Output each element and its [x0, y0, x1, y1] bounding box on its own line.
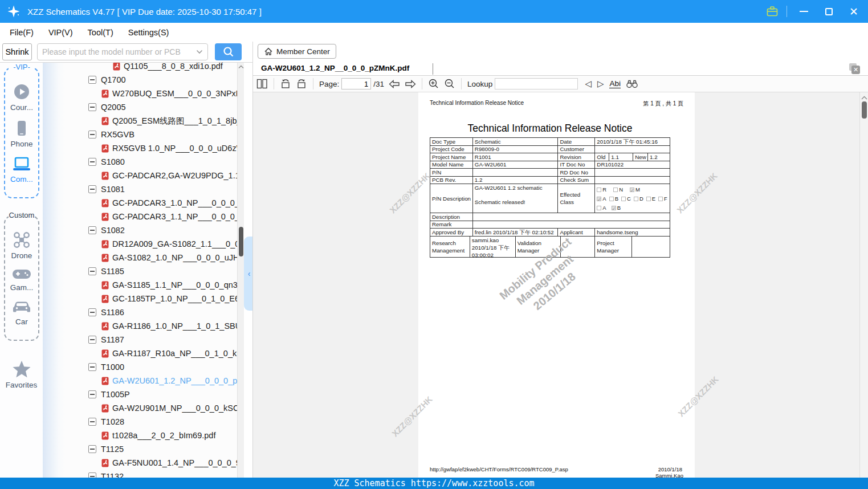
tree-folder-q1700[interactable]: Q1700 [43, 73, 237, 87]
checkbox-item: F [658, 195, 667, 202]
pdf-file-icon [101, 377, 109, 385]
tree-file-item[interactable]: GC-PADCAR3_1.1_NP___0_0_0_4 [43, 210, 237, 223]
tree-folder-s1081[interactable]: S1081 [43, 182, 237, 196]
menu-item-tool[interactable]: Tool(T) [88, 28, 113, 37]
tree-file-item[interactable]: W270BUQ_ESM___0_0_0_3NPxF.p [43, 87, 237, 100]
prev-page-icon[interactable] [389, 80, 400, 88]
tree-folder-rx5gvb[interactable]: RX5GVB [43, 128, 237, 141]
menu-item-vip[interactable]: VIP(V) [48, 28, 73, 37]
next-page-icon[interactable] [405, 80, 416, 88]
tree-folder-t1005p[interactable]: T1005P [43, 388, 237, 401]
collapse-expander-icon[interactable] [88, 131, 96, 138]
tree-folder-q2005[interactable]: Q2005 [43, 100, 237, 114]
collapse-expander-icon[interactable] [88, 336, 96, 344]
document-scrollbar[interactable] [859, 92, 868, 478]
collapse-expander-icon[interactable] [88, 418, 96, 426]
tree-folder-t1132[interactable]: T1132 [43, 470, 237, 478]
tree-file-item[interactable]: GC-PADCAR2,GA-W2U9PDG_1.1 [43, 169, 237, 182]
minimize-button[interactable] [795, 3, 812, 20]
search-input[interactable] [42, 47, 196, 56]
tree-folder-s1185[interactable]: S1185 [43, 264, 237, 278]
table-cell: handsome.tseng [595, 229, 670, 237]
collapse-expander-icon[interactable] [88, 103, 96, 111]
collapse-expander-icon[interactable] [88, 472, 96, 478]
collapse-expander-icon[interactable] [88, 363, 96, 371]
maximize-button[interactable] [820, 3, 837, 20]
tree-file-item[interactable]: GA-R1186_1.0_NP___1_0_1_SBU3 [43, 319, 237, 333]
rotate-right-icon[interactable] [296, 78, 307, 89]
tree-file-item[interactable]: RX5GVB 1.0_NP___0_0_0_uD6zW [43, 141, 237, 155]
collapse-expander-icon[interactable] [88, 76, 96, 84]
checkbox [621, 197, 626, 201]
tree-folder-s1080[interactable]: S1080 [43, 155, 237, 169]
briefcase-icon[interactable] [766, 6, 779, 17]
member-center-button[interactable]: Member Center [258, 44, 336, 59]
cell-text: handsome.tseng [597, 229, 670, 236]
find-next-icon[interactable]: ▷ [597, 79, 604, 89]
tree-file-item[interactable]: DR12A009_GA-S1082_1.1___0_0 [43, 237, 237, 251]
tree-file-item[interactable]: GA-W2U901M_NP___0_0_0_kSCA [43, 401, 237, 415]
shrink-button[interactable]: Shrink [2, 43, 32, 60]
tree-file-item[interactable]: GA-F5NU001_1.4_NP___0_0_0_9T [43, 456, 237, 470]
chevron-down-icon[interactable] [196, 50, 203, 54]
collapse-expander-icon[interactable] [88, 226, 96, 234]
tree-file-label: RX5GVB 1.0_NP___0_0_0_uD6zW [112, 144, 237, 153]
rotate-left-icon[interactable] [280, 78, 291, 89]
tree-file-item[interactable]: GA-S1082_1.0_NP___0_0_0_uJHX [43, 251, 237, 264]
document-tab[interactable]: GA-W2U601_1.2_NP__0_0_0_pZMnK.pdf [261, 64, 409, 72]
cell-text: Model Name [432, 161, 472, 169]
collapse-expander-icon[interactable] [88, 267, 96, 275]
tree-folder-label: T1028 [101, 417, 124, 426]
collapse-expander-icon[interactable] [88, 158, 96, 166]
tree-file-item[interactable]: Q2005_ESM线路图___1_0_1_8jbjr [43, 114, 237, 128]
collapse-expander-icon[interactable] [88, 185, 96, 193]
tree-file-item[interactable]: t1028a___2_0_2_bIm69.pdf [43, 429, 237, 442]
sidebar-item-cour[interactable]: Cour... [5, 83, 38, 112]
sidebar-item-gam[interactable]: Gam... [5, 268, 38, 292]
close-document-button[interactable]: ✕ [849, 63, 861, 75]
menu-item-file[interactable]: File(F) [10, 28, 34, 37]
doc-scroll-thumb[interactable] [862, 101, 867, 119]
sidebar-item-car[interactable]: Car [5, 300, 38, 326]
tree-file-item[interactable]: GA-R1187_R10a_NP___0_1_0_kP [43, 347, 237, 360]
tree-folder-t1028[interactable]: T1028 [43, 415, 237, 429]
lookup-input[interactable] [495, 78, 578, 89]
sidebar-item-com[interactable]: Com... [5, 156, 38, 184]
collapse-expander-icon[interactable] [88, 390, 96, 398]
two-page-view-icon[interactable] [256, 79, 268, 89]
tree-file-item[interactable]: GC-PADCAR3_1.0_NP___0_0_0_P [43, 196, 237, 210]
match-case-toggle[interactable]: Abi [609, 79, 621, 88]
page-number-input[interactable] [341, 78, 371, 89]
tree-scroll-thumb[interactable] [239, 227, 243, 256]
collapse-expander-icon[interactable] [88, 445, 96, 453]
sidebar-item-phone[interactable]: Phone [5, 120, 38, 148]
binoculars-icon[interactable] [626, 79, 638, 89]
tree-scrollbar[interactable] [237, 63, 244, 478]
pdf-file-icon [113, 63, 120, 71]
release-notice-table: Doc TypeSchematicDate2010/1/18 下午 01:45:… [430, 137, 670, 258]
zoom-in-icon[interactable] [428, 78, 439, 89]
tree-file-item[interactable]: GA-W2U601_1.2_NP___0_0_0_pZ [43, 374, 237, 388]
close-button[interactable]: ✕ [845, 3, 862, 20]
tree-folder-s1186[interactable]: S1186 [43, 305, 237, 319]
table-row: Doc TypeSchematicDate2010/1/18 下午 01:45:… [430, 138, 670, 146]
model-search-combobox[interactable] [37, 43, 208, 60]
sidebar-item-drone[interactable]: Drone [5, 231, 38, 260]
tree-file-label: GC-PADCAR3_1.0_NP___0_0_0_P [112, 198, 237, 207]
tree-file-item[interactable]: Q1105___8_0_8_xdi1o.pdf [43, 63, 237, 73]
tree-folder-t1125[interactable]: T1125 [43, 442, 237, 456]
tree-file-item[interactable]: GC-1185TP_1.0_NP___0_1_0_E6p [43, 292, 237, 305]
doc-scroll-up-icon[interactable] [861, 96, 867, 100]
zoom-out-icon[interactable] [444, 78, 455, 89]
menu-item-settings[interactable]: Settings(S) [128, 28, 169, 37]
tree-folder-s1082[interactable]: S1082 [43, 223, 237, 237]
tree-folder-t1000[interactable]: T1000 [43, 360, 237, 374]
find-prev-icon[interactable]: ◁ [585, 79, 592, 89]
sidebar-item-favorites[interactable]: Favorites [0, 360, 43, 389]
tree-folder-s1187[interactable]: S1187 [43, 333, 237, 347]
search-button[interactable] [215, 43, 242, 60]
collapse-expander-icon[interactable] [88, 308, 96, 316]
tree-file-label: Q1105___8_0_8_xdi1o.pdf [124, 63, 223, 71]
tree-file-item[interactable]: GA-S1185_1.1_NP___0_0_0_qn3H [43, 278, 237, 292]
tree-scroll-up-icon[interactable] [238, 65, 244, 69]
